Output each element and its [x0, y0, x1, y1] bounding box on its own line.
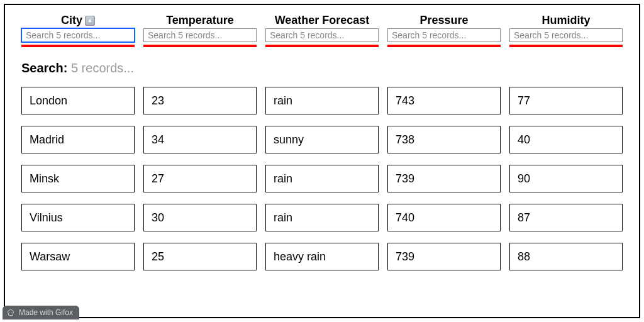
column-underline [143, 45, 257, 47]
column-title: Weather Forecast [275, 14, 370, 27]
cell-pressure: 738 [387, 126, 501, 153]
column-underline [21, 45, 135, 47]
gifox-logo-icon [6, 308, 15, 317]
cell-humidity: 87 [509, 204, 623, 231]
cell-city: Madrid [21, 126, 135, 153]
column-filter-forecast[interactable] [265, 28, 379, 42]
search-label: Search: [21, 61, 67, 75]
cell-temperature: 25 [143, 243, 257, 270]
column-filter-humidity[interactable] [509, 28, 623, 42]
column-header-city: City ▲ [21, 14, 135, 47]
column-header-forecast: Weather Forecast [265, 14, 379, 47]
cell-humidity: 90 [509, 165, 623, 192]
column-title: Temperature [166, 14, 234, 27]
cell-humidity: 77 [509, 87, 623, 114]
cell-city: Vilnius [21, 204, 135, 231]
cell-temperature: 23 [143, 87, 257, 114]
cell-temperature: 27 [143, 165, 257, 192]
column-header-humidity: Humidity [509, 14, 623, 47]
svg-point-1 [11, 312, 12, 313]
global-search-row: Search: 5 records... [21, 61, 623, 75]
cell-forecast: rain [265, 204, 379, 231]
cell-pressure: 740 [387, 204, 501, 231]
column-underline [265, 45, 379, 47]
column-header-temperature: Temperature [143, 14, 257, 47]
cell-humidity: 88 [509, 243, 623, 270]
column-header-row: City ▲ Temperature Weather Forecast Pres… [21, 14, 623, 47]
column-title: Humidity [541, 14, 590, 27]
cell-forecast: sunny [265, 126, 379, 153]
column-title: Pressure [419, 14, 468, 27]
gifox-text: Made with Gifox [19, 308, 73, 317]
column-underline [387, 45, 501, 47]
cell-temperature: 34 [143, 126, 257, 153]
cell-pressure: 739 [387, 165, 501, 192]
column-header-pressure: Pressure [387, 14, 501, 47]
cell-humidity: 40 [509, 126, 623, 153]
column-title: City [61, 14, 82, 27]
cell-city: Warsaw [21, 243, 135, 270]
cell-pressure: 739 [387, 243, 501, 270]
cell-forecast: rain [265, 87, 379, 114]
cell-city: Minsk [21, 165, 135, 192]
cell-temperature: 30 [143, 204, 257, 231]
cell-city: London [21, 87, 135, 114]
cell-pressure: 743 [387, 87, 501, 114]
cell-forecast: rain [265, 165, 379, 192]
column-underline [509, 45, 623, 47]
svg-point-0 [9, 312, 10, 313]
gifox-watermark: Made with Gifox [3, 306, 79, 319]
column-filter-temperature[interactable] [143, 28, 257, 42]
column-filter-city[interactable] [21, 28, 135, 42]
search-value: 5 records... [71, 61, 134, 75]
cell-forecast: heavy rain [265, 243, 379, 270]
column-filter-pressure[interactable] [387, 28, 501, 42]
sort-ascending-icon[interactable]: ▲ [85, 16, 95, 26]
app-frame: City ▲ Temperature Weather Forecast Pres… [4, 4, 640, 318]
data-grid: London 23 rain 743 77 Madrid 34 sunny 73… [21, 87, 623, 270]
